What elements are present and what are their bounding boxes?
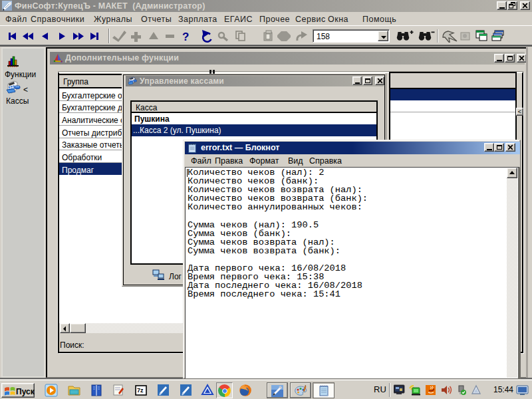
svg-text:?: ? bbox=[182, 31, 189, 43]
svg-text:7z: 7z bbox=[137, 387, 144, 394]
